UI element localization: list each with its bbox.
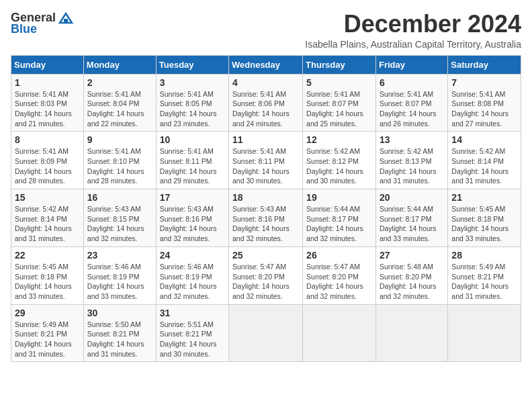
sunrise-text: Sunrise: 5:47 AM (306, 262, 372, 272)
calendar-cell: 28 Sunrise: 5:49 AM Sunset: 8:21 PM Dayl… (448, 246, 521, 304)
sunset-text: Sunset: 8:05 PM (160, 99, 225, 109)
sunrise-text: Sunrise: 5:45 AM (15, 262, 80, 272)
day-number: 26 (306, 250, 372, 261)
daylight-text: Daylight: 14 hours and 32 minutes. (306, 281, 372, 301)
daylight-text: Daylight: 14 hours and 28 minutes. (15, 167, 80, 186)
sunrise-text: Sunrise: 5:41 AM (87, 89, 152, 99)
daylight-text: Daylight: 14 hours and 32 minutes. (160, 281, 225, 301)
day-detail: Sunrise: 5:43 AM Sunset: 8:16 PM Dayligh… (160, 204, 225, 244)
sunset-text: Sunset: 8:03 PM (15, 99, 80, 109)
sunset-text: Sunset: 8:12 PM (306, 156, 372, 167)
sunrise-text: Sunrise: 5:49 AM (451, 262, 517, 272)
day-number: 28 (451, 250, 517, 261)
sunrise-text: Sunrise: 5:42 AM (380, 146, 444, 156)
sunrise-text: Sunrise: 5:41 AM (380, 89, 444, 99)
calendar-cell: 27 Sunrise: 5:48 AM Sunset: 8:20 PM Dayl… (375, 246, 447, 304)
calendar-week-row: 29 Sunrise: 5:49 AM Sunset: 8:21 PM Dayl… (11, 304, 521, 362)
day-detail: Sunrise: 5:41 AM Sunset: 8:11 PM Dayligh… (232, 146, 299, 186)
day-detail: Sunrise: 5:41 AM Sunset: 8:08 PM Dayligh… (451, 89, 517, 129)
sunrise-text: Sunrise: 5:50 AM (87, 320, 152, 330)
calendar-cell (448, 304, 521, 362)
calendar-cell: 17 Sunrise: 5:43 AM Sunset: 8:16 PM Dayl… (156, 189, 228, 247)
calendar-cell: 8 Sunrise: 5:41 AM Sunset: 8:09 PM Dayli… (11, 132, 84, 189)
day-number: 31 (160, 308, 225, 318)
day-number: 23 (87, 250, 152, 261)
logo: General Blue (11, 11, 73, 36)
sunrise-text: Sunrise: 5:41 AM (15, 146, 80, 156)
day-number: 22 (15, 250, 80, 261)
header-friday: Friday (375, 55, 447, 74)
calendar-cell: 16 Sunrise: 5:43 AM Sunset: 8:15 PM Dayl… (83, 189, 156, 247)
day-number: 7 (451, 77, 517, 88)
day-number: 5 (306, 77, 372, 88)
title-area: December 2024 Isabella Plains, Australia… (73, 11, 521, 50)
daylight-text: Daylight: 14 hours and 33 minutes. (15, 281, 80, 301)
sunrise-text: Sunrise: 5:48 AM (380, 262, 444, 272)
day-detail: Sunrise: 5:41 AM Sunset: 8:09 PM Dayligh… (15, 146, 80, 186)
daylight-text: Daylight: 14 hours and 32 minutes. (160, 224, 225, 243)
day-detail: Sunrise: 5:42 AM Sunset: 8:14 PM Dayligh… (15, 204, 80, 244)
day-detail: Sunrise: 5:49 AM Sunset: 8:21 PM Dayligh… (15, 320, 80, 359)
sunrise-text: Sunrise: 5:42 AM (451, 146, 517, 156)
sunrise-text: Sunrise: 5:44 AM (380, 204, 444, 214)
sunrise-text: Sunrise: 5:41 AM (232, 146, 299, 156)
calendar-cell: 30 Sunrise: 5:50 AM Sunset: 8:21 PM Dayl… (83, 304, 156, 362)
sunset-text: Sunset: 8:20 PM (306, 272, 372, 282)
day-number: 9 (87, 134, 152, 145)
calendar-cell: 18 Sunrise: 5:43 AM Sunset: 8:16 PM Dayl… (229, 189, 303, 247)
day-number: 30 (87, 308, 152, 318)
sunrise-text: Sunrise: 5:49 AM (15, 320, 80, 330)
calendar-cell: 7 Sunrise: 5:41 AM Sunset: 8:08 PM Dayli… (448, 74, 521, 132)
sunset-text: Sunset: 8:16 PM (160, 214, 225, 224)
sunset-text: Sunset: 8:20 PM (232, 272, 299, 282)
logo-blue-text: Blue (11, 22, 37, 36)
header-thursday: Thursday (303, 55, 376, 74)
daylight-text: Daylight: 14 hours and 29 minutes. (160, 167, 225, 186)
day-number: 11 (232, 134, 299, 145)
day-number: 20 (380, 192, 444, 203)
sunset-text: Sunset: 8:11 PM (160, 156, 225, 167)
page-header: General Blue December 2024 Isabella Plai… (11, 11, 521, 50)
calendar-cell: 10 Sunrise: 5:41 AM Sunset: 8:11 PM Dayl… (156, 132, 228, 189)
daylight-text: Daylight: 14 hours and 31 minutes. (87, 339, 152, 359)
sunset-text: Sunset: 8:21 PM (87, 329, 152, 339)
calendar-week-row: 15 Sunrise: 5:42 AM Sunset: 8:14 PM Dayl… (11, 189, 521, 247)
day-number: 14 (451, 134, 517, 145)
day-detail: Sunrise: 5:41 AM Sunset: 8:11 PM Dayligh… (160, 146, 225, 186)
calendar-cell: 9 Sunrise: 5:41 AM Sunset: 8:10 PM Dayli… (83, 132, 156, 189)
sunrise-text: Sunrise: 5:41 AM (451, 89, 517, 99)
calendar-cell: 2 Sunrise: 5:41 AM Sunset: 8:04 PM Dayli… (83, 74, 156, 132)
calendar-cell (303, 304, 376, 362)
daylight-text: Daylight: 14 hours and 22 minutes. (87, 109, 152, 128)
calendar-week-row: 1 Sunrise: 5:41 AM Sunset: 8:03 PM Dayli… (11, 74, 521, 132)
day-detail: Sunrise: 5:41 AM Sunset: 8:07 PM Dayligh… (306, 89, 372, 129)
calendar-cell: 20 Sunrise: 5:44 AM Sunset: 8:17 PM Dayl… (375, 189, 447, 247)
day-number: 25 (232, 250, 299, 261)
calendar-cell: 25 Sunrise: 5:47 AM Sunset: 8:20 PM Dayl… (229, 246, 303, 304)
calendar-table: SundayMondayTuesdayWednesdayThursdayFrid… (11, 55, 521, 363)
sunrise-text: Sunrise: 5:43 AM (160, 204, 225, 214)
calendar-cell: 21 Sunrise: 5:45 AM Sunset: 8:18 PM Dayl… (448, 189, 521, 247)
calendar-cell: 19 Sunrise: 5:44 AM Sunset: 8:17 PM Dayl… (303, 189, 376, 247)
daylight-text: Daylight: 14 hours and 27 minutes. (451, 109, 517, 128)
sunset-text: Sunset: 8:07 PM (306, 99, 372, 109)
sunrise-text: Sunrise: 5:41 AM (160, 89, 225, 99)
logo-icon (58, 12, 73, 24)
daylight-text: Daylight: 14 hours and 32 minutes. (87, 224, 152, 243)
daylight-text: Daylight: 14 hours and 33 minutes. (380, 224, 444, 243)
calendar-cell: 4 Sunrise: 5:41 AM Sunset: 8:06 PM Dayli… (229, 74, 303, 132)
daylight-text: Daylight: 14 hours and 28 minutes. (87, 167, 152, 186)
day-number: 29 (15, 308, 80, 318)
calendar-cell: 31 Sunrise: 5:51 AM Sunset: 8:21 PM Dayl… (156, 304, 228, 362)
sunset-text: Sunset: 8:20 PM (380, 272, 444, 282)
day-detail: Sunrise: 5:44 AM Sunset: 8:17 PM Dayligh… (306, 204, 372, 244)
day-number: 12 (306, 134, 372, 145)
day-number: 4 (232, 77, 299, 88)
day-number: 17 (160, 192, 225, 203)
day-number: 8 (15, 134, 80, 145)
sunset-text: Sunset: 8:14 PM (15, 214, 80, 224)
day-detail: Sunrise: 5:46 AM Sunset: 8:19 PM Dayligh… (87, 262, 152, 302)
day-detail: Sunrise: 5:43 AM Sunset: 8:15 PM Dayligh… (87, 204, 152, 244)
sunset-text: Sunset: 8:17 PM (380, 214, 444, 224)
day-detail: Sunrise: 5:41 AM Sunset: 8:04 PM Dayligh… (87, 89, 152, 129)
